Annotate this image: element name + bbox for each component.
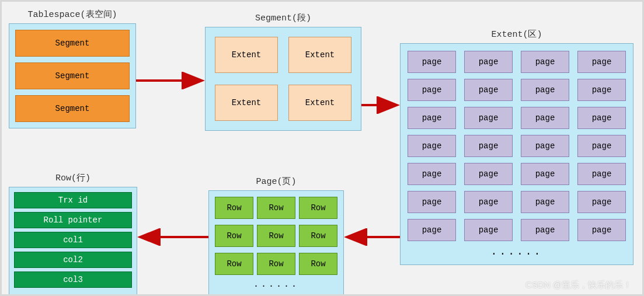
tablespace-title: Tablespace(表空间) <box>9 9 136 20</box>
arrow-segment-to-extent <box>360 96 401 114</box>
row-box: Row <box>215 197 253 219</box>
row-box: Row <box>299 225 337 247</box>
row-box: Row <box>215 225 253 247</box>
extent-block: Extent(区) pagepagepagepagepagepagepagepa… <box>400 29 633 265</box>
extent-box: Extent <box>215 85 278 121</box>
page-box: page <box>521 163 569 185</box>
page-box: page <box>408 51 456 73</box>
row-field: Roll pointer <box>14 212 132 228</box>
page-box: page <box>464 79 513 101</box>
segment-panel: Extent Extent Extent Extent <box>205 27 361 131</box>
segment-block: Segment(段) Extent Extent Extent Extent <box>205 12 361 131</box>
row-block: Row(行) Trx id Roll pointer col1 col2 col… <box>9 172 137 296</box>
arrow-tablespace-to-segment <box>135 72 206 89</box>
page-box: page <box>408 135 456 157</box>
page-box: page <box>521 135 569 157</box>
page-box: page <box>408 79 456 101</box>
extent-ellipsis: ...... <box>408 246 626 257</box>
row-box: Row <box>215 253 253 275</box>
page-box: page <box>521 219 569 241</box>
page-box: page <box>577 135 626 157</box>
page-title: Page(页) <box>208 176 344 187</box>
arrow-page-to-row <box>136 228 210 246</box>
segment-box: Segment <box>15 95 130 122</box>
segment-title: Segment(段) <box>205 12 361 23</box>
row-field: Trx id <box>14 192 132 208</box>
row-box: Row <box>257 225 295 247</box>
segment-box: Segment <box>15 30 130 57</box>
page-box: page <box>521 191 569 213</box>
tablespace-panel: Segment Segment Segment <box>9 23 136 128</box>
page-box: page <box>408 163 456 185</box>
page-box: page <box>408 107 456 129</box>
page-box: page <box>577 107 626 129</box>
row-field: col1 <box>14 232 132 248</box>
page-box: page <box>577 79 626 101</box>
arrow-extent-to-page <box>343 228 401 246</box>
row-box: Row <box>299 253 337 275</box>
row-box: Row <box>299 197 337 219</box>
extent-title: Extent(区) <box>400 29 633 40</box>
row-title: Row(行) <box>9 172 137 183</box>
extent-box: Extent <box>288 37 351 73</box>
page-box: page <box>577 163 626 185</box>
row-ellipsis: ...... <box>14 291 132 296</box>
page-box: page <box>521 107 569 129</box>
page-box: page <box>408 191 456 213</box>
row-field: col3 <box>14 271 132 288</box>
row-box: Row <box>257 197 295 219</box>
row-box: Row <box>257 253 295 275</box>
page-box: page <box>464 163 513 185</box>
row-panel: Trx id Roll pointer col1 col2 col3 .....… <box>9 187 137 296</box>
page-box: page <box>577 219 626 241</box>
page-box: page <box>464 219 513 241</box>
page-box: page <box>464 107 513 129</box>
page-ellipsis: ...... <box>215 280 337 290</box>
watermark: CSDN @董乐，快乐的乐！ <box>525 280 632 291</box>
segment-box: Segment <box>15 62 130 89</box>
page-box: page <box>408 219 456 241</box>
extent-box: Extent <box>288 85 351 121</box>
row-field: col2 <box>14 252 132 268</box>
extent-box: Extent <box>215 37 278 73</box>
page-box: page <box>577 191 626 213</box>
page-block: Page(页) RowRowRowRowRowRowRowRowRow ....… <box>208 176 344 296</box>
page-box: page <box>464 51 513 73</box>
page-panel: RowRowRowRowRowRowRowRowRow ...... <box>208 190 344 296</box>
page-box: page <box>577 51 626 73</box>
extent-panel: pagepagepagepagepagepagepagepagepagepage… <box>400 43 633 265</box>
tablespace-block: Tablespace(表空间) Segment Segment Segment <box>9 9 136 128</box>
page-box: page <box>464 135 513 157</box>
page-box: page <box>464 191 513 213</box>
page-box: page <box>521 51 569 73</box>
page-box: page <box>521 79 569 101</box>
